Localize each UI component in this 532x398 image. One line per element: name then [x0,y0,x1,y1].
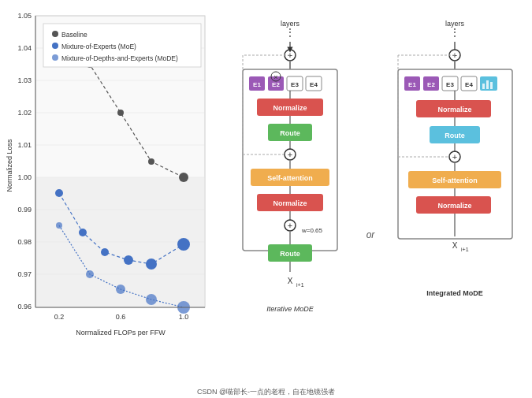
svg-point-39 [86,270,94,278]
svg-text:Iterative MoDE: Iterative MoDE [266,305,314,313]
svg-text:E2: E2 [272,81,280,88]
svg-point-41 [146,294,157,305]
svg-rect-115 [486,80,489,89]
svg-text:Route: Route [280,129,300,137]
svg-text:0.97: 0.97 [17,270,32,278]
svg-text:Self-attention: Self-attention [267,174,313,182]
svg-text:Normalized FLOPs per FFW: Normalized FLOPs per FFW [76,329,166,337]
diagram-right: layers ⋮ + E1 E2 E3 E4 [382,8,528,382]
svg-text:Integrated MoDE: Integrated MoDE [426,289,483,297]
svg-text:1.02: 1.02 [17,109,32,117]
svg-text:Normalize: Normalize [437,202,471,210]
svg-text:0.99: 0.99 [17,206,32,214]
svg-point-34 [101,248,109,256]
svg-text:Normalize: Normalize [273,199,307,207]
svg-text:Normalized Loss: Normalized Loss [6,139,13,192]
svg-point-32 [55,189,63,197]
svg-point-29 [117,110,124,116]
svg-text:E2: E2 [427,81,435,88]
svg-text:Route: Route [445,132,465,139]
svg-text:+: + [287,221,292,230]
svg-rect-114 [482,84,485,89]
svg-text:E4: E4 [465,81,473,88]
svg-text:1.04: 1.04 [17,44,32,52]
svg-text:Baseline: Baseline [61,31,87,39]
svg-text:Normalize: Normalize [273,104,307,112]
svg-point-31 [179,173,188,182]
svg-text:Mixture-of-Experts (MoE): Mixture-of-Experts (MoE) [61,43,136,50]
svg-text:1.0: 1.0 [179,313,189,321]
svg-point-36 [146,259,157,270]
svg-text:Mixture-of-Depths-and-Experts : Mixture-of-Depths-and-Experts (MoDE) [61,54,178,62]
svg-text:1.01: 1.01 [17,141,32,149]
chart-area: 1.05 1.04 1.03 1.02 1.01 1.00 0.99 0.98 … [4,8,217,370]
svg-text:X: X [287,277,292,285]
svg-text:E4: E4 [310,81,318,88]
svg-point-37 [177,238,190,251]
svg-text:+: + [452,152,457,162]
svg-text:Route: Route [280,250,300,258]
svg-text:1.03: 1.03 [17,76,32,84]
or-label: or [363,229,378,240]
svg-point-46 [52,43,58,49]
svg-text:+: + [287,150,292,159]
svg-point-44 [52,31,58,37]
svg-text:0.96: 0.96 [17,303,32,311]
svg-point-35 [124,255,133,265]
svg-point-40 [116,285,125,294]
svg-text:i+1: i+1 [296,282,304,288]
svg-point-30 [148,158,154,165]
svg-text:1.05: 1.05 [17,12,32,20]
svg-text:0.2: 0.2 [54,313,65,321]
svg-point-38 [56,222,62,229]
svg-point-33 [79,229,87,236]
diagram-middle: layers ⋮ + E1 E2 E3 E4 [221,8,359,382]
svg-text:Normalize: Normalize [437,106,471,113]
svg-text:⋮: ⋮ [285,27,295,38]
svg-text:0.6: 0.6 [116,313,126,321]
footer-bar: CSDN @喵部长-一点的老程，自在地镜强者 [0,386,532,398]
svg-text:⋮: ⋮ [450,27,459,38]
svg-rect-116 [490,82,493,89]
svg-text:1.00: 1.00 [17,173,32,181]
footer-text: CSDN @喵部长-一点的老程，自在地镜强者 [197,387,335,397]
svg-point-48 [52,54,58,61]
svg-text:E3: E3 [291,81,299,88]
svg-text:E1: E1 [408,81,416,88]
svg-text:X: X [452,241,458,250]
svg-text:i+1: i+1 [461,247,469,252]
svg-text:E1: E1 [253,81,261,88]
svg-text:0.98: 0.98 [17,238,32,246]
svg-text:Self-attention: Self-attention [432,177,478,184]
svg-text:w=0.65: w=0.65 [301,227,323,234]
svg-text:E3: E3 [446,81,454,88]
svg-text:×: × [273,73,277,81]
